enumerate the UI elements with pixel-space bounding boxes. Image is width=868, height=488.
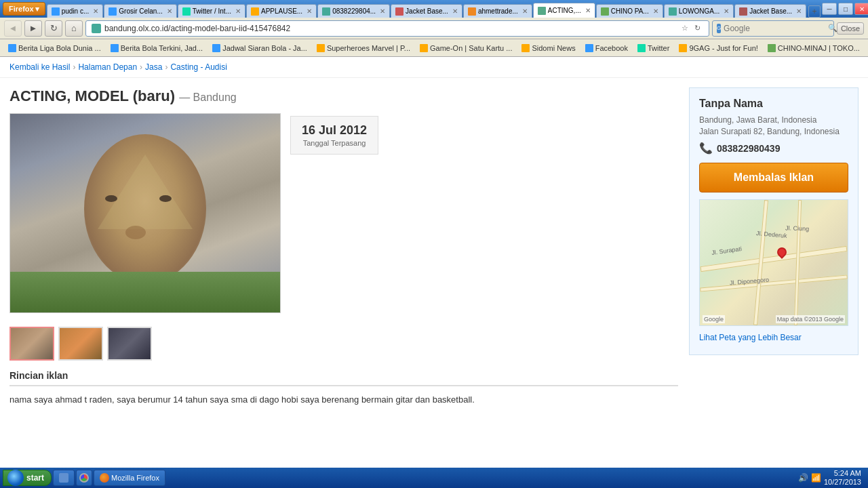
bookmark-icon (212, 44, 220, 52)
home-link[interactable]: Halaman Depan (78, 62, 137, 72)
tab-close-icon[interactable]: ✕ (796, 7, 802, 15)
firefox-button[interactable]: Firefox ▾ (3, 2, 45, 16)
breadcrumb: Kembali ke Hasil › Halaman Depan › Jasa … (0, 57, 868, 78)
bookmark-icon (111, 44, 119, 52)
seller-location: Bandung, Jawa Barat, Indonesia (699, 115, 848, 125)
tab-close-icon[interactable]: ✕ (452, 7, 458, 15)
description-text: nama saya ahmad t raden, saya berumur 14… (9, 393, 678, 407)
seller-name: Tanpa Nama (699, 98, 848, 110)
category-jasa-link[interactable]: Jasa (145, 62, 162, 72)
browser-tab-t6[interactable]: Jacket Base... ✕ (391, 4, 462, 18)
bookmark-label: Superheroes Marvel | P... (327, 44, 410, 52)
minimize-button[interactable]: ─ (822, 3, 837, 15)
browser-tab-t3[interactable]: Twitter / Int... ✕ (178, 4, 245, 18)
bookmark-item[interactable]: Berita Liga Bola Dunia ... (4, 43, 105, 54)
ff-dropdown-icon: ▾ (35, 5, 39, 14)
bookmark-item[interactable]: Twitter (633, 43, 673, 54)
computer-icon (59, 473, 68, 483)
firefox-taskbar-icon (100, 473, 109, 483)
bookmark-item[interactable]: Superheroes Marvel | P... (313, 43, 414, 54)
bookmark-icon (521, 44, 530, 52)
bookmark-item[interactable]: Jadwal Siaran Bola - Ja... (208, 43, 311, 54)
thumbnail-1[interactable] (9, 327, 54, 361)
main-image[interactable] (9, 113, 281, 313)
bookmark-label: Facebook (595, 44, 628, 52)
bookmark-item[interactable]: Game-On | Satu Kartu ... (416, 43, 516, 54)
tab-favicon (468, 7, 476, 16)
address-bar[interactable]: bandung.olx.co.id/acting-model-baru-iid-… (85, 20, 709, 37)
browser-chrome: Firefox ▾ pudin c... ✕ Grosir Celan... ✕… (0, 0, 868, 57)
right-column: Tanpa Nama Bandung, Jawa Barat, Indonesi… (689, 87, 859, 407)
map-copyright: Map data ©2013 Google (776, 315, 845, 323)
tab-label: LOWONGA... (679, 7, 720, 15)
start-button[interactable]: start (3, 470, 52, 486)
browser-tab-t11[interactable]: Jacket Base... ✕ (734, 4, 806, 18)
browser-tab-t1[interactable]: pudin c... ✕ (47, 4, 104, 18)
search-engine-icon: G (717, 24, 721, 33)
forward-button[interactable]: ► (24, 20, 42, 37)
search-input[interactable] (724, 24, 825, 33)
section-title: Rincian iklan (9, 370, 678, 386)
browser-tab-t7[interactable]: ahmettrade... ✕ (463, 4, 532, 18)
browser-tab-t9[interactable]: CHINO PA... ✕ (596, 4, 663, 18)
tab-favicon (739, 7, 747, 16)
bookmark-star-icon[interactable]: ☆ (679, 23, 690, 34)
tab-label: 0838229804... (332, 7, 376, 15)
chrome-icon (79, 473, 89, 483)
tab-label: ACTING,... (548, 7, 581, 14)
tab-close-icon[interactable]: ✕ (307, 7, 312, 15)
bookmark-item[interactable]: Sidomi News (517, 43, 579, 54)
tab-close-icon[interactable]: ✕ (380, 7, 385, 15)
bookmark-item[interactable]: Facebook (581, 43, 632, 54)
bookmark-icon (637, 44, 646, 52)
new-tab-button[interactable]: + (808, 5, 821, 18)
back-button[interactable]: ◄ (4, 20, 22, 37)
browser-tab-t4[interactable]: APPLAUSE... ✕ (246, 4, 317, 18)
taskbar-computer-button[interactable]: My Computer (53, 470, 75, 486)
taskbar-chrome-button[interactable] (76, 470, 92, 486)
tab-close-icon[interactable]: ✕ (724, 7, 729, 15)
tabs-container: pudin c... ✕ Grosir Celan... ✕ Twitter /… (47, 0, 821, 18)
bookmark-item[interactable]: Berita Bola Terkini, Jad... (106, 43, 207, 54)
close-button[interactable]: ✕ (854, 3, 868, 15)
taskbar-firefox-button[interactable]: Mozilla Firefox (94, 470, 165, 486)
tab-close-icon[interactable]: ✕ (585, 7, 591, 14)
maximize-button[interactable]: □ (838, 3, 853, 15)
close-nav-button[interactable]: Close (837, 22, 864, 35)
browser-tab-t8[interactable]: ACTING,... ✕ (533, 3, 595, 18)
bookmark-item[interactable]: 9GAG - Just for Fun! (675, 43, 762, 54)
tab-favicon (538, 7, 546, 15)
bookmark-label: Game-On | Satu Kartu ... (430, 44, 512, 52)
tab-close-icon[interactable]: ✕ (653, 7, 658, 15)
thumbnail-2[interactable] (58, 327, 103, 361)
tab-close-icon[interactable]: ✕ (167, 7, 172, 15)
browser-tab-t2[interactable]: Grosir Celan... ✕ (104, 4, 176, 18)
bookmark-icon (8, 44, 16, 52)
tab-label: pudin c... (62, 7, 90, 15)
refresh-icon[interactable]: ↻ (692, 23, 703, 34)
listing-location: — Bandung (179, 92, 237, 103)
tray-volume-icon[interactable]: 📶 (811, 473, 821, 483)
browser-tab-t5[interactable]: 0838229804... ✕ (317, 4, 390, 18)
category-casting-link[interactable]: Casting - Audisi (170, 62, 226, 72)
navigation-bar: ◄ ► ↻ ⌂ bandung.olx.co.id/acting-model-b… (0, 18, 868, 39)
search-bar[interactable]: G 🔍 (712, 20, 834, 37)
thumbnail-3[interactable] (107, 327, 152, 361)
tab-close-icon[interactable]: ✕ (93, 7, 98, 15)
address-icons: ☆ ↻ (679, 23, 703, 34)
tab-close-icon[interactable]: ✕ (235, 7, 241, 15)
tray-network-icon[interactable]: 🔊 (798, 473, 808, 483)
bookmark-label: Sidomi News (532, 44, 575, 52)
main-layout: ACTING, MODEL (baru) — Bandung (0, 78, 868, 417)
map-link[interactable]: Lihat Peta yang Lebih Besar (699, 330, 848, 345)
tab-favicon (395, 7, 403, 16)
bookmark-item[interactable]: CHINO-MINAJ | TOKO... (764, 43, 864, 54)
tab-label: Jacket Base... (749, 7, 792, 15)
home-button[interactable]: ⌂ (65, 20, 83, 37)
tab-close-icon[interactable]: ✕ (522, 7, 528, 15)
back-to-results[interactable]: Kembali ke Hasil (9, 62, 70, 72)
reload-button[interactable]: ↻ (45, 20, 62, 37)
map-pin (776, 247, 787, 261)
reply-button[interactable]: Membalas Iklan (699, 163, 848, 192)
browser-tab-t10[interactable]: LOWONGA... ✕ (664, 4, 734, 18)
